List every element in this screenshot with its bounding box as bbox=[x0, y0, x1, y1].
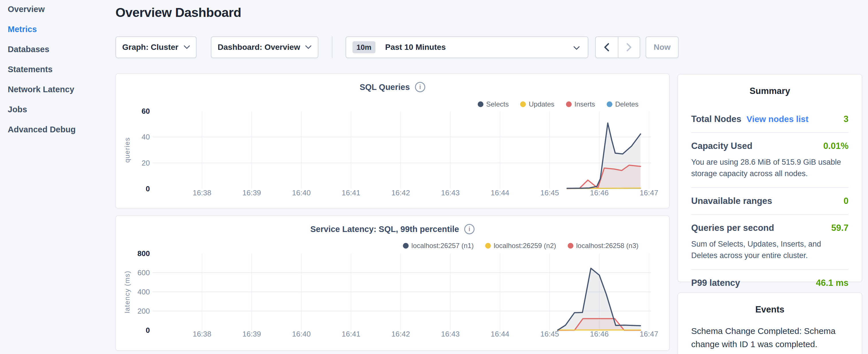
chevron-right-icon bbox=[626, 43, 631, 52]
chevron-down-icon bbox=[305, 45, 311, 49]
x-tick-label: 16:46 bbox=[590, 330, 609, 338]
x-tick-label: 16:45 bbox=[540, 330, 559, 338]
summary-row: Unavailable ranges0 bbox=[691, 188, 848, 215]
graph-scope-label: Graph: Cluster bbox=[122, 43, 178, 52]
x-tick-label: 16:42 bbox=[392, 189, 410, 197]
summary-row-value: 0.01% bbox=[823, 141, 848, 151]
summary-row: Capacity Used0.01%You are using 28.6 MiB… bbox=[691, 133, 848, 188]
summary-row-value: 46.1 ms bbox=[816, 278, 848, 288]
sql-queries-chart[interactable]: 16:3816:3916:4016:4116:4216:4316:4416:45… bbox=[116, 74, 669, 208]
x-tick-label: 16:46 bbox=[590, 189, 609, 197]
now-button-label: Now bbox=[654, 43, 671, 52]
summary-row-label: Total Nodes bbox=[691, 114, 741, 124]
time-range-value: Past 10 Minutes bbox=[385, 43, 446, 52]
events-panel: Events Schema Change Completed: Schema c… bbox=[677, 292, 862, 354]
sidebar-item-overview[interactable]: Overview bbox=[8, 3, 109, 15]
sidebar-item-advanced-debug[interactable]: Advanced Debug bbox=[8, 123, 109, 136]
y-tick-label: 600 bbox=[137, 268, 150, 277]
sidebar: OverviewMetricsDatabasesStatementsNetwor… bbox=[0, 0, 109, 354]
summary-row: Queries per second59.7Sum of Selects, Up… bbox=[691, 215, 848, 270]
prev-time-button[interactable] bbox=[596, 37, 618, 58]
x-tick-label: 16:39 bbox=[242, 330, 261, 338]
summary-panel: Summary Total NodesView nodes list3Capac… bbox=[677, 74, 862, 282]
x-tick-label: 16:38 bbox=[192, 189, 211, 197]
toolbar-divider bbox=[332, 36, 333, 58]
dashboard-dropdown[interactable]: Dashboard: Overview bbox=[211, 36, 318, 58]
x-tick-label: 16:45 bbox=[540, 189, 559, 197]
x-tick-label: 16:47 bbox=[640, 189, 658, 197]
x-tick-label: 16:44 bbox=[491, 330, 509, 338]
x-tick-label: 16:39 bbox=[242, 189, 261, 197]
event-item[interactable]: Schema Change Completed: Schema change w… bbox=[691, 324, 848, 354]
y-axis-label: latency (ms) bbox=[123, 271, 131, 313]
time-range-dropdown[interactable]: 10m Past 10 Minutes bbox=[346, 36, 588, 58]
y-tick-label: 40 bbox=[142, 133, 150, 141]
page-title: Overview Dashboard bbox=[116, 5, 241, 20]
summary-title: Summary bbox=[691, 86, 848, 96]
summary-row-description: Sum of Selects, Updates, Inserts, and De… bbox=[691, 238, 848, 261]
summary-row-value: 3 bbox=[844, 114, 848, 124]
now-button[interactable]: Now bbox=[646, 36, 679, 58]
summary-row-description: You are using 28.6 MiB of 515.9 GiB usab… bbox=[691, 156, 848, 179]
view-nodes-list-link[interactable]: View nodes list bbox=[746, 114, 808, 124]
y-tick-label: 20 bbox=[142, 159, 150, 167]
y-tick-label: 0 bbox=[146, 185, 150, 193]
y-tick-label: 400 bbox=[137, 288, 150, 296]
events-title: Events bbox=[691, 304, 848, 315]
next-time-button[interactable] bbox=[618, 37, 640, 58]
y-tick-label: 200 bbox=[137, 307, 150, 315]
summary-row-label: Unavailable ranges bbox=[691, 196, 772, 206]
sidebar-item-databases[interactable]: Databases bbox=[8, 43, 109, 56]
service-latency-chart[interactable]: 16:3816:3916:4016:4116:4216:4316:4416:45… bbox=[116, 216, 669, 350]
sidebar-item-metrics[interactable]: Metrics bbox=[8, 23, 109, 35]
chevron-down-icon bbox=[574, 46, 580, 50]
x-tick-label: 16:43 bbox=[441, 189, 460, 197]
x-tick-label: 16:41 bbox=[342, 330, 360, 338]
x-tick-label: 16:47 bbox=[640, 330, 658, 338]
graph-scope-dropdown[interactable]: Graph: Cluster bbox=[116, 36, 196, 58]
summary-row-label: Capacity Used bbox=[691, 141, 752, 151]
sidebar-item-jobs[interactable]: Jobs bbox=[8, 103, 109, 116]
y-tick-label: 0 bbox=[146, 326, 150, 334]
sql-queries-chart-card: SQL Queries i SelectsUpdatesInsertsDelet… bbox=[115, 73, 670, 208]
time-range-badge: 10m bbox=[352, 41, 375, 53]
sidebar-item-network-latency[interactable]: Network Latency bbox=[8, 83, 109, 96]
x-tick-label: 16:40 bbox=[292, 189, 311, 197]
y-tick-label: 60 bbox=[142, 107, 150, 116]
time-step-buttons bbox=[595, 36, 640, 58]
summary-row-label: P99 latency bbox=[691, 278, 740, 288]
dashboard-label: Dashboard: Overview bbox=[218, 43, 300, 52]
x-tick-label: 16:44 bbox=[491, 189, 509, 197]
chevron-down-icon bbox=[184, 45, 190, 49]
event-text: Schema Change Completed: Schema change w… bbox=[691, 324, 848, 351]
summary-row: Total NodesView nodes list3 bbox=[691, 106, 848, 133]
x-tick-label: 16:42 bbox=[392, 330, 410, 338]
x-tick-label: 16:40 bbox=[292, 330, 311, 338]
service-latency-chart-card: Service Latency: SQL, 99th percentile i … bbox=[115, 215, 670, 351]
x-tick-label: 16:38 bbox=[192, 330, 211, 338]
summary-row-value: 0 bbox=[844, 196, 848, 206]
chevron-left-icon bbox=[604, 43, 609, 52]
y-axis-label: queries bbox=[123, 137, 131, 163]
x-tick-label: 16:41 bbox=[342, 189, 360, 197]
summary-row-value: 59.7 bbox=[831, 223, 848, 233]
y-tick-label: 800 bbox=[137, 249, 150, 258]
sidebar-item-statements[interactable]: Statements bbox=[8, 63, 109, 75]
summary-row-label: Queries per second bbox=[691, 223, 774, 233]
x-tick-label: 16:43 bbox=[441, 330, 460, 338]
